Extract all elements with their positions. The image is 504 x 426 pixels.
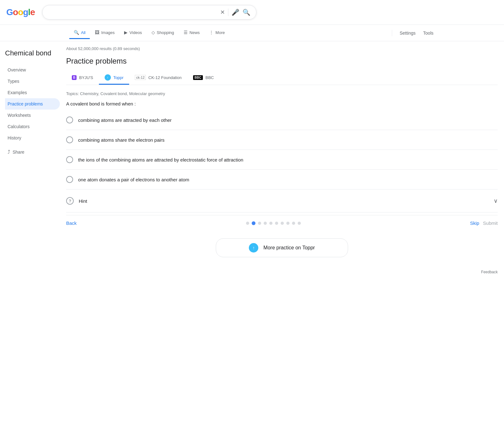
sidebar-item-examples[interactable]: Examples [5,87,60,98]
search-submit-icon[interactable]: 🔍 [243,9,250,16]
ck12-label: CK-12 Foundation [148,75,182,80]
option-divider-b [66,150,498,150]
back-button[interactable]: Back [66,220,77,226]
pagination-dots [80,221,466,225]
nav-tabs: 🔍 All 🖼 Images ▶ Videos ◇ Shopping ☰ New… [0,25,504,41]
main-layout: Chemical bond Overview Types Examples Pr… [0,41,504,266]
more-icon: ⋮ [209,30,214,35]
toppr-logo: ↑ [105,74,111,81]
source-tab-toppr[interactable]: ↑ Toppr [99,71,129,85]
practice-title: Practice problems [66,57,498,65]
header: Google chemical bond practice problems ✕… [0,0,504,25]
all-icon: 🔍 [74,30,79,35]
search-input[interactable]: chemical bond practice problems [48,9,217,15]
images-icon: 🖼 [95,30,99,35]
dot-1 [252,221,255,225]
option-c-text: the ions of the combining atoms are attr… [78,157,243,162]
byjus-label: BYJU'S [79,75,93,80]
search-bar: chemical bond practice problems ✕ 🎤 🔍 [42,5,256,20]
tab-news-label: News [190,30,200,35]
dot-8 [292,222,295,225]
tab-more[interactable]: ⋮ More [205,27,229,39]
dot-6 [281,222,284,225]
hint-divider [66,212,498,213]
sidebar-item-types[interactable]: Types [5,76,60,87]
settings-link[interactable]: Settings [398,27,417,39]
dot-0 [246,222,249,225]
dot-9 [298,222,301,225]
option-b[interactable]: combining atoms share the electron pairs [66,133,498,147]
more-practice-button[interactable]: ↑ More practice on Toppr [216,238,348,257]
option-a-radio[interactable] [66,116,73,123]
nav-divider [392,30,392,36]
tab-videos[interactable]: ▶ Videos [120,27,146,39]
sidebar-item-calculators[interactable]: Calculators [5,121,60,132]
sidebar-title: Chemical bond [5,46,55,58]
source-tabs: B BYJU'S ↑ Toppr ck-12 CK-12 Foundation … [66,71,498,85]
news-icon: ☰ [184,30,188,35]
search-divider [228,9,228,16]
clear-icon[interactable]: ✕ [220,9,225,16]
option-b-text: combining atoms share the electron pairs [78,137,164,143]
share-icon: ⤴ [8,149,10,155]
toppr-btn-icon: ↑ [249,243,258,253]
option-divider-a [66,130,498,130]
nav-settings: Settings Tools [391,27,435,39]
option-divider-c [66,169,498,170]
tab-news[interactable]: ☰ News [179,27,204,39]
tab-videos-label: Videos [129,30,142,35]
dot-7 [286,222,289,225]
source-tab-byjus[interactable]: B BYJU'S [66,72,99,84]
option-a[interactable]: combining atoms are attracted by each ot… [66,113,498,127]
option-a-text: combining atoms are attracted by each ot… [78,117,172,123]
tab-all-label: All [81,30,85,35]
sidebar: Chemical bond Overview Types Examples Pr… [0,46,60,261]
voice-search-icon[interactable]: 🎤 [232,9,239,16]
byjus-logo: B [72,75,77,80]
option-c-radio[interactable] [66,156,73,163]
feedback-button[interactable]: Feedback [481,270,498,274]
option-d-text: one atom donates a pair of electrons to … [78,177,189,182]
content-area: About 52,000,000 results (0.89 seconds) … [60,46,504,261]
share-button[interactable]: ⤴ Share [5,146,55,158]
results-info: About 52,000,000 results (0.89 seconds) [66,46,498,51]
hint-label: Hint [79,198,489,204]
sidebar-item-worksheets[interactable]: Worksheets [5,110,60,121]
skip-button[interactable]: Skip [470,220,479,226]
question-text: A covalent bond is formed when : [66,101,498,106]
hint-row[interactable]: ? Hint ∨ [66,192,498,210]
source-tab-ck12[interactable]: ck-12 CK-12 Foundation [129,72,187,84]
tab-all[interactable]: 🔍 All [69,27,90,39]
dot-4 [269,222,272,225]
tab-images-label: Images [101,30,115,35]
more-practice-section: ↑ More practice on Toppr [66,231,498,261]
practice-nav-row: Back Skip Submit [66,215,498,231]
shopping-icon: ◇ [152,30,155,35]
tab-shopping[interactable]: ◇ Shopping [147,27,179,39]
dot-5 [275,222,278,225]
option-divider-d [66,189,498,190]
google-logo: Google [6,7,35,17]
tab-images[interactable]: 🖼 Images [90,27,119,39]
sidebar-item-history[interactable]: History [5,132,60,144]
sidebar-item-practice-problems[interactable]: Practice problems [5,98,60,110]
tools-link[interactable]: Tools [422,27,435,39]
hint-chevron-icon: ∨ [494,197,498,204]
dot-2 [258,222,261,225]
bbc-label: BBC [205,75,214,80]
videos-icon: ▶ [124,30,128,35]
tab-more-label: More [215,30,225,35]
option-b-radio[interactable] [66,136,73,143]
option-c[interactable]: the ions of the combining atoms are attr… [66,152,498,167]
more-practice-label: More practice on Toppr [263,245,315,251]
tab-shopping-label: Shopping [157,30,174,35]
dot-3 [264,222,267,225]
bbc-logo: BBC [193,75,203,80]
ck12-logo: ck-12 [135,75,146,80]
sidebar-item-overview[interactable]: Overview [5,64,60,76]
source-tab-bbc[interactable]: BBC BBC [187,72,220,84]
feedback-section: Feedback [0,266,504,281]
option-d[interactable]: one atom donates a pair of electrons to … [66,172,498,187]
hint-icon: ? [66,197,74,205]
option-d-radio[interactable] [66,176,73,183]
